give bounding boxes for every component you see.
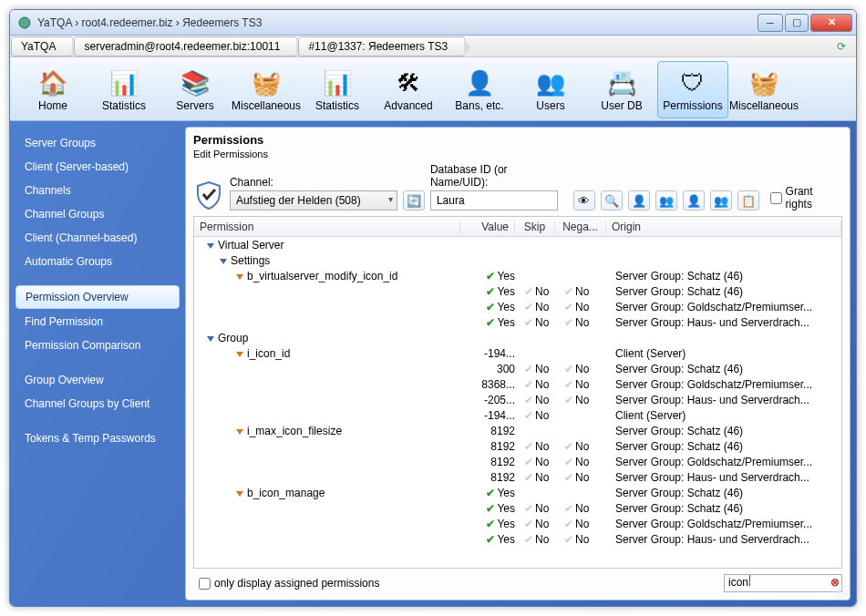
sidebar-item-client-server-based-[interactable]: Client (Server-based) bbox=[15, 156, 180, 178]
table-row[interactable]: 8368...✔No✔NoServer Group: Goldschatz/Pr… bbox=[194, 376, 841, 392]
toolbar-icon: 🛠 bbox=[393, 68, 424, 99]
channel-combo[interactable]: Aufstieg der Helden (508) bbox=[230, 190, 397, 210]
table-row[interactable]: 300✔No✔NoServer Group: Schatz (46) bbox=[194, 361, 841, 376]
table-row[interactable]: b_icon_manage✔YesServer Group: Schatz (4… bbox=[194, 485, 841, 500]
table-row[interactable]: i_max_icon_filesize8192Server Group: Sch… bbox=[194, 423, 841, 438]
close-button[interactable]: ✕ bbox=[810, 14, 852, 32]
table-row[interactable]: 8192✔No✔NoServer Group: Schatz (46) bbox=[194, 438, 841, 454]
grant-rights-checkbox[interactable]: Grant rights bbox=[770, 185, 843, 210]
toolbar-icon: 🛡 bbox=[677, 68, 708, 99]
table-row[interactable]: -194...✔NoClient (Server) bbox=[194, 407, 841, 423]
sidebar-item-client-channel-based-[interactable]: Client (Channel-based) bbox=[15, 227, 180, 249]
breadcrumb: YaTQA serveradmin@root4.redeemer.biz:100… bbox=[10, 36, 856, 57]
table-row[interactable]: i_icon_id-194...Client (Server) bbox=[194, 345, 841, 361]
table-row[interactable]: ✔Yes✔No✔NoServer Group: Goldschatz/Premi… bbox=[194, 516, 841, 531]
sidebar-item-server-groups[interactable]: Server Groups bbox=[15, 132, 180, 154]
svg-rect-2 bbox=[840, 586, 849, 594]
table-row[interactable]: b_virtualserver_modify_icon_id✔YesServer… bbox=[194, 268, 841, 283]
table-row[interactable]: 8192✔No✔NoServer Group: Haus- und Server… bbox=[194, 469, 841, 485]
sidebar-item-channels[interactable]: Channels bbox=[15, 180, 180, 201]
toolbar-icon: 🧺 bbox=[748, 68, 779, 99]
table-row[interactable]: Virtual Server bbox=[194, 237, 841, 252]
table-row[interactable]: -205...✔No✔NoServer Group: Haus- und Ser… bbox=[194, 392, 841, 407]
col-skip[interactable]: Skip bbox=[515, 221, 555, 233]
toolbar-users[interactable]: 👥Users bbox=[515, 61, 586, 118]
toolbar-bans-etc-[interactable]: 👤Bans, etc. bbox=[444, 61, 515, 118]
sidebar-item-find-permission[interactable]: Find Permission bbox=[15, 311, 180, 333]
window-title: YaTQA › root4.redeemer.biz › Яedeemers T… bbox=[37, 16, 756, 29]
toolbar-permissions[interactable]: 🛡Permissions bbox=[657, 61, 728, 118]
shield-check-icon bbox=[193, 180, 224, 210]
app-icon bbox=[17, 15, 32, 30]
users-alt-button[interactable]: 👥 bbox=[710, 190, 732, 210]
databaseid-input[interactable] bbox=[430, 190, 558, 210]
sidebar-item-tokens-temp-passwords[interactable]: Tokens & Temp Passwords bbox=[15, 427, 180, 449]
toolbar-servers[interactable]: 📚Servers bbox=[160, 61, 231, 118]
table-row[interactable]: ✔Yes✔No✔NoServer Group: Goldschatz/Premi… bbox=[194, 299, 841, 314]
table-row[interactable]: Group bbox=[194, 330, 841, 345]
panel-subtitle: Edit Permissions bbox=[193, 149, 842, 159]
breadcrumb-seg-app[interactable]: YaTQA bbox=[11, 36, 73, 56]
table-row[interactable]: ✔Yes✔No✔NoServer Group: Schatz (46) bbox=[194, 283, 841, 299]
toolbar-user-db[interactable]: 📇User DB bbox=[586, 61, 657, 118]
toolbar-icon: 🏠 bbox=[37, 68, 68, 99]
col-value[interactable]: Value bbox=[460, 221, 515, 233]
table-row[interactable]: 8192✔No✔NoServer Group: Goldschatz/Premi… bbox=[194, 454, 841, 469]
toolbar-icon: 🧺 bbox=[251, 68, 282, 99]
sidebar-item-permission-comparison[interactable]: Permission Comparison bbox=[15, 334, 180, 356]
toolbar-statistics[interactable]: 📊Statistics bbox=[88, 61, 160, 118]
toolbar-icon: 👥 bbox=[535, 68, 566, 99]
toolbar-icon: 📇 bbox=[606, 68, 637, 99]
filter-input[interactable]: icon ⊗ bbox=[724, 574, 842, 592]
toolbar-home[interactable]: 🏠Home bbox=[17, 61, 88, 118]
databaseid-label: Database ID (or Name/UID): bbox=[430, 163, 568, 189]
channel-label: Channel: bbox=[230, 176, 397, 189]
toolbar-miscellaneous[interactable]: 🧺Miscellaneous bbox=[728, 61, 799, 118]
sidebar-item-channel-groups-by-client[interactable]: Channel Groups by Client bbox=[15, 393, 180, 415]
user-add-button[interactable]: 👤 bbox=[683, 190, 705, 210]
breadcrumb-seg-server[interactable]: #11@1337: Яedeemers TS3 bbox=[298, 36, 465, 56]
toolbar-icon: 📊 bbox=[322, 68, 353, 99]
col-origin[interactable]: Origin bbox=[606, 221, 841, 233]
only-assigned-checkbox[interactable]: only display assigned permissions bbox=[199, 577, 379, 590]
paste-button[interactable]: 📋 bbox=[737, 190, 759, 210]
sidebar-item-channel-groups[interactable]: Channel Groups bbox=[15, 203, 180, 225]
table-row[interactable]: ✔Yes✔No✔NoServer Group: Schatz (46) bbox=[194, 500, 841, 516]
sidebar-item-automatic-groups[interactable]: Automatic Groups bbox=[15, 251, 180, 272]
view-button[interactable]: 👁 bbox=[573, 190, 595, 210]
table-row[interactable]: ✔Yes✔No✔NoServer Group: Haus- und Server… bbox=[194, 531, 841, 547]
svg-point-0 bbox=[19, 17, 30, 28]
maximize-button[interactable]: ▢ bbox=[785, 14, 809, 32]
sidebar-item-group-overview[interactable]: Group Overview bbox=[15, 369, 180, 391]
refresh-channel-button[interactable]: 🔄 bbox=[403, 190, 425, 210]
refresh-icon[interactable]: ⟳ bbox=[830, 36, 852, 56]
users-button[interactable]: 👥 bbox=[655, 190, 677, 210]
toolbar-icon: 📊 bbox=[108, 68, 139, 99]
user-button[interactable]: 👤 bbox=[628, 190, 650, 210]
sidebar-item-permission-overview[interactable]: Permission Overview bbox=[15, 285, 180, 309]
col-permission[interactable]: Permission bbox=[194, 221, 460, 233]
find-button[interactable]: 🔍 bbox=[601, 190, 623, 210]
col-negate[interactable]: Nega... bbox=[555, 221, 606, 233]
toolbar-icon: 📚 bbox=[180, 68, 211, 99]
panel-title: Permissions bbox=[193, 133, 842, 147]
toolbar-advanced[interactable]: 🛠Advanced bbox=[373, 61, 444, 118]
minimize-button[interactable]: ─ bbox=[758, 14, 783, 32]
breadcrumb-seg-host[interactable]: serveradmin@root4.redeemer.biz:10011 bbox=[74, 36, 297, 56]
restore-corner-icon[interactable] bbox=[835, 585, 850, 600]
table-row[interactable]: Settings bbox=[194, 252, 841, 268]
toolbar-statistics[interactable]: 📊Statistics bbox=[302, 61, 373, 118]
toolbar-miscellaneous[interactable]: 🧺Miscellaneous bbox=[231, 61, 302, 118]
table-row[interactable]: ✔Yes✔No✔NoServer Group: Haus- und Server… bbox=[194, 314, 841, 330]
toolbar-icon: 👤 bbox=[464, 68, 495, 99]
svg-rect-1 bbox=[837, 589, 846, 597]
